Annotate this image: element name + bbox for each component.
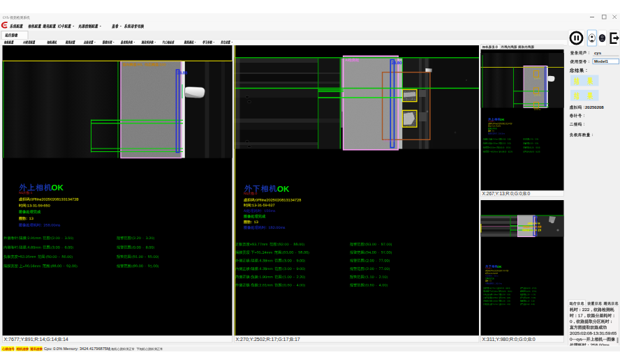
svg-text:OK: OK: [497, 265, 502, 268]
svg-text:X:270;Y:2502;R:17;G:17;B:17: X:270;Y:2502;R:17;G:17;B:17: [236, 337, 300, 342]
svg-text:X:311;Y:980;R:0;G:0;B:0: X:311;Y:980;R:0;G:0;B:0: [482, 337, 536, 342]
svg-text:X:267;Y:13;R:0;G:0;B:0: X:267;Y:13;R:0;G:0;B:0: [482, 191, 531, 196]
svg-text:Model1: Model1: [594, 59, 609, 63]
svg-text:OK: OK: [500, 118, 505, 121]
svg-text:OK: OK: [52, 183, 64, 192]
svg-text:X:7677;Y:891;R:14;G:14;B:14: X:7677;Y:891;R:14;G:14;B:14: [4, 337, 68, 342]
svg-text:Cpu: 0.0% Memory: 3424.4179687: Cpu: 0.0% Memory: 3424.41796875M: [44, 347, 110, 351]
svg-text:OK: OK: [277, 185, 290, 193]
svg-text:20250208: 20250208: [585, 105, 604, 109]
svg-text:cys: cys: [594, 51, 602, 55]
